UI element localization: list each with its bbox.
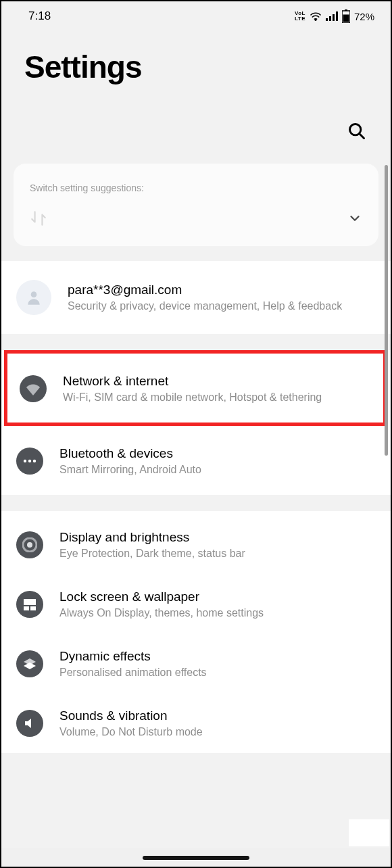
account-email: para**3@gmail.com [68,283,374,297]
display-brightness-row[interactable]: Display and brightness Eye Protection, D… [1,511,391,575]
search-icon [347,122,366,141]
bluetooth-devices-row[interactable]: Bluetooth & devices Smart Mirroring, And… [1,426,391,495]
navigation-handle[interactable] [143,856,249,860]
connectivity-section: Network & internet Wi-Fi, SIM card & mob… [1,350,391,495]
dynamic-effects-row[interactable]: Dynamic effects Personalised animation e… [1,634,391,694]
row-sub: Eye Protection, Dark theme, status bar [59,548,374,560]
svg-rect-3 [333,14,335,21]
status-time: 7:18 [28,9,51,23]
row-title: Sounds & vibration [59,708,374,723]
svg-point-0 [315,19,316,20]
sounds-vibration-row[interactable]: Sounds & vibration Volume, Do Not Distur… [1,694,391,753]
account-section: para**3@gmail.com Security & privacy, de… [1,261,391,334]
svg-rect-1 [326,18,328,21]
svg-rect-4 [336,11,338,21]
svg-point-11 [24,460,26,462]
row-sub: Smart Mirroring, Android Auto [59,464,374,476]
row-title: Dynamic effects [59,649,374,664]
wifi-icon [310,11,322,21]
account-sub: Security & privacy, device management, H… [68,300,374,312]
scrollbar-thumb[interactable] [385,165,388,456]
wifi-circle-icon [20,375,47,402]
svg-marker-20 [24,662,36,669]
personalization-section: Display and brightness Eye Protection, D… [1,511,391,753]
sound-icon [16,710,43,737]
row-sub: Always On Display, themes, home settings [59,607,374,619]
wallpaper-icon [16,591,43,618]
account-row[interactable]: para**3@gmail.com Security & privacy, de… [1,261,391,334]
svg-point-10 [31,291,37,297]
page-title: Settings [1,30,391,93]
row-sub: Volume, Do Not Disturb mode [59,726,374,738]
volte-icon: VoLLTE [295,11,305,22]
svg-rect-18 [30,606,36,610]
suggestions-label: Switch setting suggestions: [30,183,362,193]
svg-point-12 [28,460,31,462]
row-title: Lock screen & wallpaper [59,589,374,604]
row-sub: Wi-Fi, SIM card & mobile network, Hotspo… [63,391,370,404]
person-icon [25,289,43,306]
display-icon [16,531,43,558]
more-circle-icon [16,448,43,475]
battery-icon [342,9,350,23]
svg-rect-7 [343,15,349,22]
svg-point-15 [27,542,32,548]
svg-line-9 [360,134,364,139]
battery-percent: 72% [354,11,374,22]
lockscreen-wallpaper-row[interactable]: Lock screen & wallpaper Always On Displa… [1,575,391,634]
suggestions-card[interactable]: Switch setting suggestions: [14,164,378,246]
status-indicators: VoLLTE 72% [295,9,374,23]
signal-icon [326,11,338,21]
svg-point-13 [33,460,36,462]
row-sub: Personalised animation effects [59,667,374,679]
avatar [16,280,51,315]
search-button[interactable] [347,122,366,143]
svg-rect-16 [24,599,36,605]
row-title: Network & internet [63,374,370,389]
svg-rect-2 [329,16,331,21]
row-title: Bluetooth & devices [59,446,374,461]
svg-rect-17 [24,606,29,610]
swap-icon [30,210,47,230]
status-bar: 7:18 VoLLTE 72% [1,1,391,30]
row-title: Display and brightness [59,530,374,545]
network-internet-row[interactable]: Network & internet Wi-Fi, SIM card & mob… [4,350,387,426]
chevron-down-icon[interactable] [347,211,362,228]
decorative [349,819,389,846]
layers-icon [16,650,43,677]
